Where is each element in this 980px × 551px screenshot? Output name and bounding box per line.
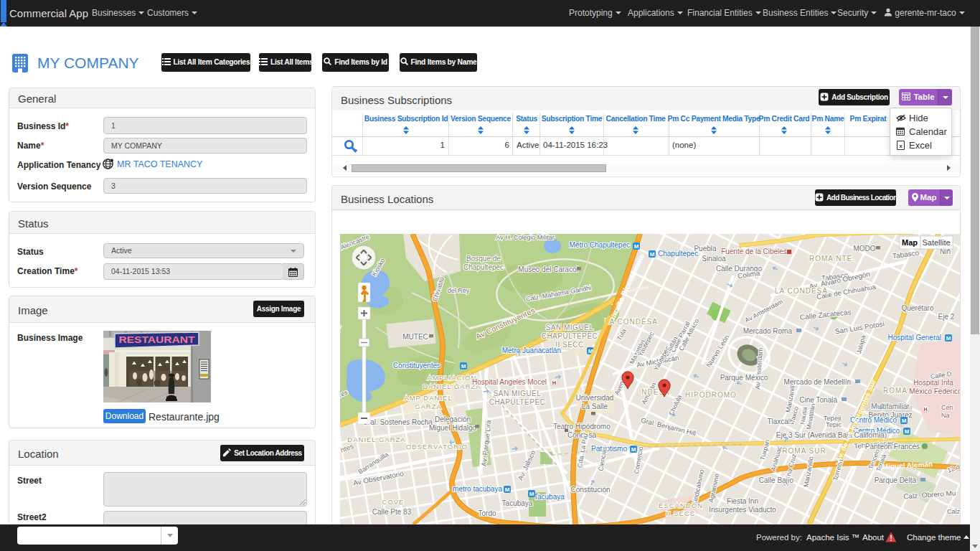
svg-text:Av H. Colegio Militar: Av H. Colegio Militar [496,234,554,241]
svg-text:CHAPULTEPEC: CHAPULTEPEC [489,398,546,406]
svg-text:Fiesta Inn: Fiesta Inn [727,497,758,505]
svg-text:Museo del Caracol: Museo del Caracol [518,265,578,273]
svg-text:OBSERVATORIO: OBSERVATORIO [406,443,468,451]
svg-text:M: M [631,446,636,453]
svg-text:M: M [529,491,534,497]
svg-text:ROMA NTE.: ROMA NTE. [809,255,855,263]
svg-text:Miguel Hidalgo: Miguel Hidalgo [429,424,477,432]
svg-text:II SECC: II SECC [666,509,695,517]
svg-text:SAN MIGUEL: SAN MIGUEL [494,390,542,397]
svg-text:Na: Na [941,412,950,419]
svg-text:Puebla: Puebla [694,245,717,253]
svg-text:Eje 3 Sur (Avenida Baja Califo: Eje 3 Sur (Avenida Baja California) [776,431,887,439]
svg-text:Tacubaya: Tacubaya [502,499,533,507]
svg-text:Eje 2: Eje 2 [938,313,955,321]
svg-text:Calz: Calz [947,508,960,515]
svg-text:M: M [946,335,951,342]
svg-text:MUTEC: MUTEC [402,333,428,341]
svg-text:AMPLIACIÓN: AMPLIACIÓN [428,374,477,382]
svg-text:M: M [505,486,510,493]
svg-text:M: M [650,251,655,258]
svg-text:Map: Map [902,238,918,247]
svg-text:ROMA: ROMA [883,387,908,395]
svg-text:Querétaro: Querétaro [901,304,933,312]
svg-text:Delegación: Delegación [435,415,471,423]
svg-text:Bosque de: Bosque de [466,255,501,263]
svg-text:MODO: MODO [853,245,875,253]
svg-text:Parque México: Parque México [720,374,768,382]
svg-text:Metro Juanacatlán: Metro Juanacatlán [502,347,561,354]
svg-text:Tordo: Tordo [478,509,496,517]
svg-text:Parque Delta: Parque Delta [875,476,917,484]
svg-text:ROMA SUR: ROMA SUR [782,447,826,455]
svg-text:Calle Bajío: Calle Bajío [759,476,794,484]
svg-text:Constitución: Constitución [570,486,610,494]
svg-text:M: M [461,363,466,369]
svg-text:Satellite: Satellite [922,238,950,247]
svg-text:H: H [552,380,556,386]
svg-text:ESCANDÓN: ESCANDÓN [659,501,703,509]
svg-text:Constituyentes: Constituyentes [393,362,440,369]
svg-text:SAN MIGUEL: SAN MIGUEL [546,324,594,331]
svg-text:Chapultepec: Chapultepec [463,263,504,271]
svg-text:Cen: Cen [941,404,953,411]
svg-text:Tepic: Tepic [826,420,842,428]
svg-text:Hospital Infa: Hospital Infa [913,379,953,387]
svg-text:LA CONDESA: LA CONDESA [605,318,658,326]
svg-text:Insurgentes Viaducto: Insurgentes Viaducto [709,506,776,514]
svg-text:Hospital General: Hospital General [888,334,941,342]
svg-text:Fuente de la Cibeles: Fuente de la Cibeles [721,248,787,255]
svg-text:Calle Pte 83: Calle Pte 83 [372,508,412,516]
svg-text:RESTAURANT: RESTAURANT [119,334,196,345]
svg-text:del Rey: del Rey [448,287,470,294]
svg-text:M: M [905,428,910,435]
svg-text:Tacubaya: Tacubaya [534,493,565,501]
svg-text:Cine Tonalá: Cine Tonalá [799,396,837,404]
svg-text:GARZA: GARZA [415,402,442,410]
svg-text:M: M [902,418,907,424]
svg-text:Hospital Angeles Mocel: Hospital Angeles Mocel [472,378,547,386]
svg-text:x: x [899,143,903,149]
svg-text:Teatro Hipódromo: Teatro Hipódromo [553,423,611,430]
svg-text:Chapultepec: Chapultepec [658,250,698,258]
svg-text:Universidad: Universidad [576,394,614,402]
svg-text:Multifamiliar: Multifamiliar [871,402,910,410]
svg-text:H: H [923,407,927,412]
svg-text:LA CONDESA: LA CONDESA [775,287,828,295]
svg-text:HIPÓDROMO: HIPÓDROMO [685,390,737,399]
svg-text:M: M [634,243,639,250]
svg-text:Mercado de Medellín: Mercado de Medellín [784,378,851,386]
svg-text:Patriotismo: Patriotismo [591,445,627,453]
svg-text:México Federico: México Federico [909,387,960,395]
svg-text:AMP DANIEL: AMP DANIEL [404,394,452,402]
svg-text:DANIEL GARZA: DANIEL GARZA [347,435,405,443]
svg-text:COVE: COVE [382,498,405,506]
svg-text:Metro Chapultepec: Metro Chapultepec [570,241,631,249]
svg-text:Sinaloa: Sinaloa [702,255,726,263]
svg-text:Gral. Sostenes Rocha: Gral. Sostenes Rocha [362,418,433,426]
svg-text:Mercado Roma: Mercado Roma [743,327,793,335]
svg-text:La Salle: La Salle [582,402,608,410]
svg-text:CHAPULTEPEC: CHAPULTEPEC [542,332,598,340]
svg-text:metro tacubaya: metro tacubaya [453,485,502,493]
